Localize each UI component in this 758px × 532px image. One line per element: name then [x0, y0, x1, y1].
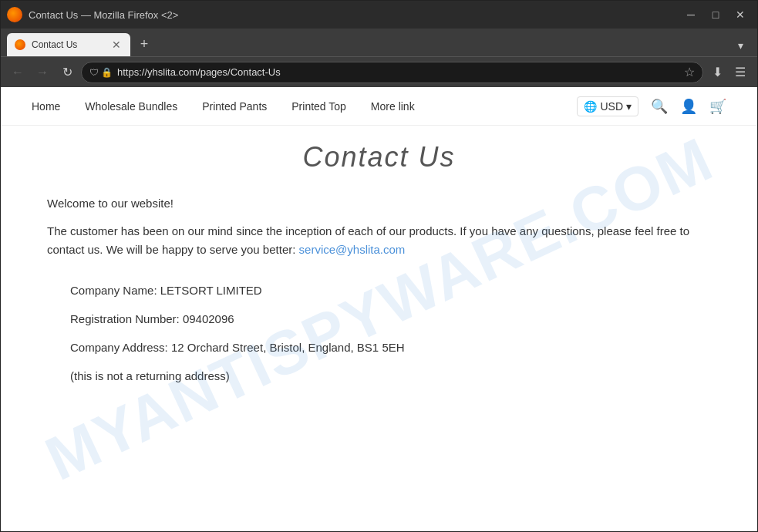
tab-label: Contact Us: [32, 39, 104, 50]
close-button[interactable]: ✕: [729, 7, 751, 22]
description-text: The customer has been on our mind since …: [47, 222, 711, 259]
registration-line: Registration Number: 09402096: [70, 311, 711, 327]
search-button[interactable]: 🔍: [651, 98, 668, 115]
tab-bar: Contact Us ✕ + ▾: [1, 29, 757, 56]
browser-window: Contact Us — Mozilla Firefox <2> ─ □ ✕ C…: [0, 0, 758, 532]
nav-more-link[interactable]: More link: [371, 100, 415, 113]
new-tab-button[interactable]: +: [133, 33, 155, 55]
address-bar-row: ← → ↻ 🛡 🔒 https://yhslita.com/pages/Cont…: [1, 56, 757, 87]
nav-links: Home Wholesale Bundles Printed Pants Pri…: [32, 100, 415, 113]
tab-bar-right: ▾: [729, 35, 751, 56]
page-heading: Contact Us: [1, 126, 757, 181]
address-line: Company Address: 12 Orchard Street, Bris…: [70, 339, 711, 355]
registration-label: Registration Number:: [70, 312, 183, 325]
tab-close-button[interactable]: ✕: [110, 39, 123, 51]
company-info: Company Name: LETSORT LIMITED Registrati…: [47, 282, 711, 384]
nav-printed-top[interactable]: Printed Top: [291, 100, 346, 113]
email-link[interactable]: service@yhslita.com: [299, 243, 406, 256]
welcome-text: Welcome to our website!: [47, 197, 711, 210]
reload-button[interactable]: ↻: [56, 62, 78, 83]
currency-selector[interactable]: 🌐 USD ▾: [577, 96, 638, 116]
site-nav: Home Wholesale Bundles Printed Pants Pri…: [1, 87, 757, 126]
menu-button[interactable]: ☰: [729, 62, 751, 83]
address-label: Company Address:: [70, 341, 171, 354]
tab-list-button[interactable]: ▾: [729, 35, 751, 56]
address-bar-actions: ⬇ ☰: [706, 62, 751, 83]
nav-right: 🌐 USD ▾ 🔍 👤 🛒: [577, 96, 726, 116]
title-bar-left: Contact Us — Mozilla Firefox <2>: [7, 7, 178, 22]
nav-printed-pants[interactable]: Printed Pants: [202, 100, 267, 113]
address-bar[interactable]: 🛡 🔒 https://yhslita.com/pages/Contact-Us…: [81, 62, 703, 83]
bookmark-button[interactable]: ☆: [684, 65, 695, 79]
security-icons: 🛡 🔒: [89, 67, 113, 78]
active-tab[interactable]: Contact Us ✕: [7, 33, 130, 56]
note-line: (this is not a returning address): [70, 368, 711, 384]
company-name-line: Company Name: LETSORT LIMITED: [70, 282, 711, 298]
company-name-label: Company Name:: [70, 284, 160, 297]
window-title: Contact Us — Mozilla Firefox <2>: [29, 9, 178, 21]
account-button[interactable]: 👤: [680, 98, 697, 115]
forward-button[interactable]: →: [32, 62, 53, 83]
maximize-button[interactable]: □: [705, 7, 726, 22]
chevron-down-icon: ▾: [626, 100, 632, 113]
title-bar: Contact Us — Mozilla Firefox <2> ─ □ ✕: [1, 1, 757, 29]
currency-label: USD: [600, 100, 623, 113]
company-name-value: LETSORT LIMITED: [160, 284, 262, 297]
lock-icon: 🔒: [101, 67, 113, 78]
address-value: 12 Orchard Street, Bristol, England, BS1…: [171, 341, 405, 354]
url-text: https://yhslita.com/pages/Contact-Us: [117, 66, 679, 78]
registration-value: 09402096: [183, 312, 234, 325]
back-button[interactable]: ←: [7, 62, 29, 83]
nav-wholesale[interactable]: Wholesale Bundles: [85, 100, 177, 113]
nav-home[interactable]: Home: [32, 100, 60, 113]
minimize-button[interactable]: ─: [680, 7, 702, 22]
tab-favicon: [15, 39, 25, 50]
firefox-icon: [7, 7, 22, 22]
shield-icon: 🛡: [89, 67, 99, 78]
download-button[interactable]: ⬇: [706, 62, 728, 83]
page-content: MYANTISPYWARE.COM Home Wholesale Bundles…: [1, 87, 757, 531]
cart-button[interactable]: 🛒: [709, 98, 726, 115]
title-bar-controls: ─ □ ✕: [680, 7, 751, 22]
main-content: Welcome to our website! The customer has…: [1, 181, 757, 407]
globe-icon: 🌐: [584, 100, 597, 113]
